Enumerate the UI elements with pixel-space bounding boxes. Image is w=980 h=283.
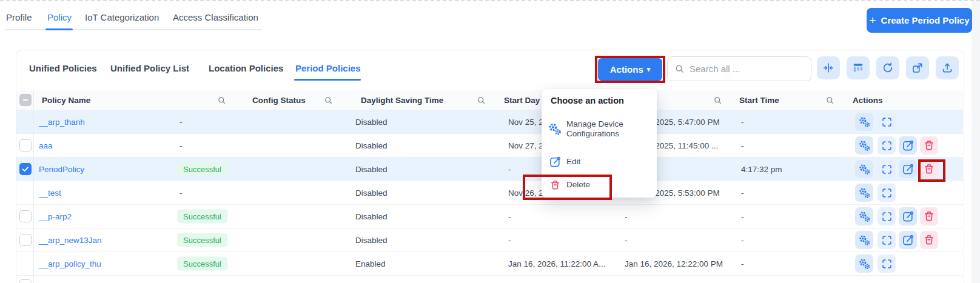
select-all-checkbox[interactable] xyxy=(19,94,32,106)
start-time-value: - xyxy=(741,188,744,198)
row-checkbox[interactable] xyxy=(19,139,32,151)
start-day-value: - xyxy=(508,212,511,221)
row-checkbox[interactable] xyxy=(19,279,32,283)
delete-policy-button[interactable] xyxy=(920,207,938,225)
refresh-icon xyxy=(882,62,894,74)
policy-name-link[interactable]: __arp_policy_thu xyxy=(39,259,101,268)
config-status-badge: Successful xyxy=(177,257,227,271)
column-search-icon[interactable] xyxy=(713,96,722,105)
delete-policy-button[interactable] xyxy=(920,160,938,178)
manage-device-configurations-button[interactable] xyxy=(855,231,873,249)
tab-policy[interactable]: Policy xyxy=(47,12,72,22)
policy-name-link[interactable]: aaa xyxy=(39,141,53,150)
search-box[interactable] xyxy=(667,56,811,81)
column-header-policy-name[interactable]: Policy Name xyxy=(42,96,90,105)
column-header-start-day[interactable]: Start Day xyxy=(504,96,540,105)
column-search-icon[interactable] xyxy=(324,96,333,105)
column-header-config-status[interactable]: Config Status xyxy=(252,96,306,105)
table-row: __p-arp2SuccessfulDisabled--- xyxy=(16,205,963,228)
menu-item-label: Edit xyxy=(566,157,643,167)
actions-button[interactable]: Actions ▾ xyxy=(598,58,662,81)
delete-policy-button[interactable] xyxy=(920,136,938,155)
column-header-start-time[interactable]: Start Time xyxy=(739,96,779,105)
end-day-value: Jan 16, 2026, 12:22:00 PM xyxy=(625,259,723,268)
column-header-daylight-saving-time[interactable]: Daylight Saving Time xyxy=(361,96,443,105)
column-search-icon[interactable] xyxy=(477,96,486,105)
config-status-value: - xyxy=(180,141,183,150)
tab-profile[interactable]: Profile xyxy=(6,12,32,22)
start-time-value: - xyxy=(741,212,744,221)
edit-policy-button[interactable] xyxy=(899,231,917,249)
tab-underline-track xyxy=(5,29,262,30)
plus-icon: + xyxy=(869,15,876,26)
create-period-policy-button[interactable]: + Create Period Policy xyxy=(867,8,972,33)
menu-item-edit[interactable]: Edit xyxy=(542,153,657,170)
edit-icon xyxy=(902,210,915,223)
row-checkbox[interactable] xyxy=(19,163,32,175)
tab-period-policies[interactable]: Period Policies xyxy=(295,63,361,73)
refresh-button[interactable] xyxy=(876,56,899,79)
delete-policy-button[interactable] xyxy=(920,231,938,249)
manage-device-configurations-button[interactable] xyxy=(855,160,873,178)
manage-device-configurations-button[interactable] xyxy=(855,207,873,225)
column-header-actions: Actions xyxy=(853,96,883,105)
tab-location-policies[interactable]: Location Policies xyxy=(209,63,283,73)
policy-name-link[interactable]: __p-arp2 xyxy=(39,212,72,221)
daylight-saving-value: Disabled xyxy=(355,212,388,221)
config-status-value: - xyxy=(180,188,183,198)
expand-row-button[interactable] xyxy=(878,207,896,225)
row-checkbox[interactable] xyxy=(19,234,32,246)
table-row: __arp_new13JanSuccessfulDisabled--- xyxy=(16,228,963,252)
collapse-columns-button[interactable] xyxy=(817,56,840,79)
open-external-button[interactable] xyxy=(906,56,929,79)
manage-config-gears-icon xyxy=(547,122,563,136)
table-row: __test-DisabledNov 26, 2Nov 26, 2025, 5:… xyxy=(16,181,963,205)
manage-device-configurations-button[interactable] xyxy=(855,136,873,155)
tab-access-classification[interactable]: Access Classification xyxy=(173,12,258,22)
expand-icon xyxy=(881,258,893,270)
expand-row-button[interactable] xyxy=(878,184,896,202)
menu-item-manage-device-configurations[interactable]: Manage Device Configurations xyxy=(542,116,657,142)
policy-name-link[interactable]: __arp_new13Jan xyxy=(39,236,102,245)
tab-iot-categorization[interactable]: IoT Categorization xyxy=(85,12,159,22)
manage-device-configurations-button[interactable] xyxy=(855,184,873,202)
row-checkbox[interactable] xyxy=(19,210,32,222)
expand-icon xyxy=(881,187,893,199)
config-status-badge: Successful xyxy=(177,233,227,247)
expand-row-button[interactable] xyxy=(878,136,896,155)
policy-name-link[interactable]: __arp_thanh xyxy=(39,118,85,127)
manage-device-configurations-button[interactable] xyxy=(855,255,873,273)
manage-device-configurations-button[interactable] xyxy=(855,113,873,131)
expand-icon xyxy=(881,211,893,222)
expand-row-button[interactable] xyxy=(878,113,896,131)
edit-policy-button[interactable] xyxy=(899,136,917,155)
start-time-value: - xyxy=(741,118,744,127)
column-search-icon[interactable] xyxy=(825,96,834,105)
expand-row-button[interactable] xyxy=(878,255,896,273)
gears-icon xyxy=(858,163,871,176)
table-columns-button[interactable] xyxy=(847,56,870,79)
edit-policy-button[interactable] xyxy=(899,207,917,225)
export-button[interactable] xyxy=(936,56,959,79)
column-search-icon[interactable] xyxy=(217,96,226,105)
tab-unified-policy-list[interactable]: Unified Policy List xyxy=(110,63,189,73)
table-header: Policy Name Config Status Daylight Savin… xyxy=(16,90,963,110)
edit-policy-button[interactable] xyxy=(899,160,917,178)
daylight-saving-value: Enabled xyxy=(355,259,386,268)
policy-name-link[interactable]: PeriodPolicy xyxy=(39,165,84,174)
active-policy-tab-indicator xyxy=(294,79,361,81)
edit-icon xyxy=(902,139,915,152)
table-row: aaa-DisabledNov 27, 2Nov 27, 2025, 11:45… xyxy=(16,134,963,158)
actions-dropdown-menu: Choose an action Manage Device Configura… xyxy=(542,89,657,198)
right-gutter xyxy=(972,1,980,283)
start-time-value: 4:17:32 pm xyxy=(741,165,782,174)
expand-row-button[interactable] xyxy=(878,160,896,178)
config-status-value: - xyxy=(180,118,183,127)
search-input[interactable] xyxy=(690,64,811,74)
gears-icon xyxy=(858,116,871,128)
config-status-badge: Successful xyxy=(177,210,227,224)
tab-unified-policies[interactable]: Unified Policies xyxy=(29,63,97,73)
policy-name-link[interactable]: __test xyxy=(39,188,61,198)
menu-item-delete[interactable]: Delete xyxy=(542,176,657,193)
expand-row-button[interactable] xyxy=(878,231,896,249)
